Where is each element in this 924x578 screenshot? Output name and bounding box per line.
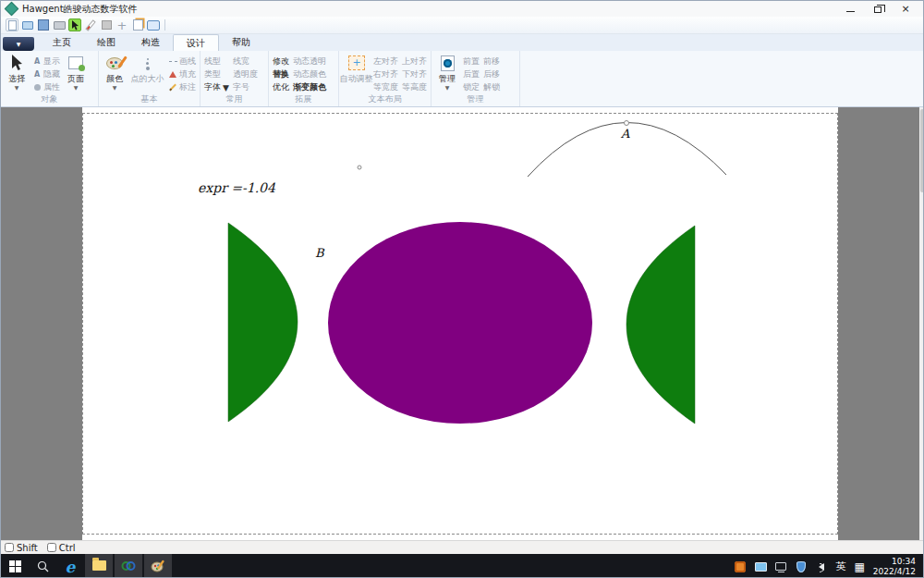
shift-checkbox-group: Shift (5, 543, 38, 553)
taskbar-file-explorer-button[interactable] (85, 554, 113, 578)
auto-adjust-button[interactable]: 自动调整 (343, 53, 370, 86)
optimize-button[interactable]: 优化 (273, 81, 289, 93)
app-menu-button[interactable]: ▼ (3, 37, 34, 51)
security-shield-icon[interactable] (796, 560, 808, 572)
unlock-button[interactable]: 解锁 (483, 81, 500, 93)
select-tool-icon[interactable] (68, 18, 81, 31)
send-back-button[interactable]: 后置 (463, 68, 480, 80)
font-button[interactable]: 字体▼ (204, 81, 229, 93)
line-width-button[interactable]: 线宽 (233, 55, 258, 68)
pencil-icon (168, 83, 177, 92)
start-button[interactable] (1, 554, 29, 578)
replace-button[interactable]: 替换 (273, 68, 289, 80)
dynamic-color-button[interactable]: 动态颜色 (293, 68, 326, 80)
show-button[interactable]: 显示 (32, 55, 60, 68)
status-bar: Shift Ctrl (1, 540, 923, 554)
gradient-color-button[interactable]: 渐变颜色 (293, 81, 326, 93)
scrollbar-thumb[interactable] (920, 109, 924, 192)
vertical-scrollbar[interactable] (919, 107, 924, 540)
align-left-button[interactable]: 左对齐 (373, 55, 398, 68)
volume-icon[interactable] (816, 560, 828, 572)
drawing-canvas[interactable]: A expr =-1.04 B (1, 107, 924, 540)
fill-button[interactable]: 填充 (168, 68, 196, 80)
new-file-icon[interactable] (6, 18, 18, 31)
modify-button[interactable]: 修改 (273, 55, 289, 68)
equal-width-button[interactable]: 等宽度 (373, 81, 398, 93)
opacity-button[interactable]: 透明度 (233, 68, 258, 80)
pen-tool-icon[interactable] (84, 18, 97, 31)
stamp-tool-icon[interactable] (100, 18, 113, 31)
select-button[interactable]: 选择 ▼ (5, 53, 29, 91)
lock-button[interactable]: 锁定 (463, 81, 480, 93)
ime-language-indicator[interactable]: 英 (836, 560, 846, 573)
tray-display-icon[interactable] (755, 560, 767, 572)
point-A-label: A (620, 127, 630, 141)
geometry-layer: A expr =-1.04 B (1, 107, 924, 540)
free-point[interactable] (358, 166, 361, 169)
point-A[interactable] (625, 121, 629, 126)
dynamic-opacity-button[interactable]: 动态透明 (293, 55, 326, 68)
shift-checkbox[interactable] (5, 543, 14, 552)
taskbar-ie-button[interactable]: e (56, 554, 84, 578)
bring-front-button[interactable]: 前置 (463, 55, 480, 68)
ribbon-group-text-layout: 自动调整 左对齐 右对齐 等宽度 上对齐 下对齐 等高度 文本布局 (339, 51, 432, 106)
taskbar-clock[interactable]: 10:34 2022/4/12 (873, 557, 916, 577)
font-size-button[interactable]: 字号 (233, 81, 258, 93)
search-button[interactable] (29, 554, 56, 578)
group-title-basic: 基本 (99, 93, 200, 106)
align-top-button[interactable]: 上对齐 (402, 55, 427, 68)
tab-help[interactable]: 帮助 (219, 34, 263, 51)
left-green-lens[interactable] (228, 223, 298, 422)
draw-line-button[interactable]: 画线 (168, 55, 196, 68)
page-button[interactable]: 页面 ▼ (64, 53, 88, 91)
tab-design[interactable]: 设计 (173, 34, 219, 51)
taskbar-paint-app-button[interactable] (144, 554, 172, 578)
ctrl-checkbox[interactable] (47, 543, 56, 552)
edit-text-icon[interactable] (131, 18, 144, 31)
print-icon[interactable] (53, 18, 66, 31)
right-green-lens[interactable] (626, 226, 695, 424)
equal-height-button[interactable]: 等高度 (402, 81, 427, 93)
move-forward-button[interactable]: 前移 (483, 55, 500, 68)
chevron-down-icon: ▼ (445, 85, 450, 90)
tray-app-orange-icon[interactable] (735, 560, 747, 572)
tab-draw[interactable]: 绘图 (84, 34, 128, 51)
taskbar-hawgent-button[interactable] (115, 554, 142, 578)
purple-ellipse[interactable] (328, 222, 592, 424)
category-button[interactable]: 类型 (204, 68, 229, 80)
align-right-button[interactable]: 右对齐 (373, 68, 398, 80)
palette-icon (106, 57, 123, 69)
annotate-button[interactable]: 标注 (168, 81, 196, 93)
close-button[interactable]: × (892, 1, 919, 17)
properties-button[interactable]: 属性 (32, 81, 60, 93)
ribbon-group-basic: 颜色 ▼ 点的大小 画线 填充 标注 基本 (99, 51, 201, 106)
hide-button[interactable]: 隐藏 (32, 68, 60, 80)
line-type-button[interactable]: 线型 (204, 55, 229, 68)
minimize-button[interactable] (836, 1, 864, 17)
tab-home[interactable]: 主页 (40, 34, 84, 51)
clock-time: 10:34 (873, 557, 916, 567)
open-file-icon[interactable] (21, 18, 34, 31)
chevron-down-icon: ▼ (74, 85, 79, 90)
save-icon[interactable] (37, 18, 50, 31)
internet-explorer-icon: e (66, 558, 76, 576)
manage-button[interactable]: 管理 ▼ (435, 53, 459, 91)
gear-icon (32, 83, 42, 92)
system-tray: 英 ▦ 10:34 2022/4/12 (735, 554, 924, 578)
tab-construct[interactable]: 构造 (128, 34, 173, 51)
restore-button[interactable] (864, 1, 892, 17)
point-tool-icon[interactable]: + (116, 18, 128, 31)
quick-access-toolbar: + (1, 17, 923, 34)
color-button[interactable]: 颜色 ▼ (103, 53, 127, 91)
align-bottom-button[interactable]: 下对齐 (402, 68, 427, 80)
point-size-button[interactable]: 点的大小 (130, 53, 164, 86)
expression-label[interactable]: expr =-1.04 (198, 180, 276, 195)
ime-keyboard-icon[interactable]: ▦ (855, 561, 865, 572)
panel-icon[interactable] (147, 18, 160, 31)
title-bar: Hawgent皓骏动态数学软件 × (1, 1, 923, 17)
hide-icon (32, 70, 42, 80)
minimize-icon (846, 11, 855, 12)
move-backward-button[interactable]: 后移 (483, 68, 500, 80)
network-icon[interactable] (775, 560, 787, 572)
ribbon-tab-bar: ▼ 主页 绘图 构造 设计 帮助 (1, 34, 923, 51)
